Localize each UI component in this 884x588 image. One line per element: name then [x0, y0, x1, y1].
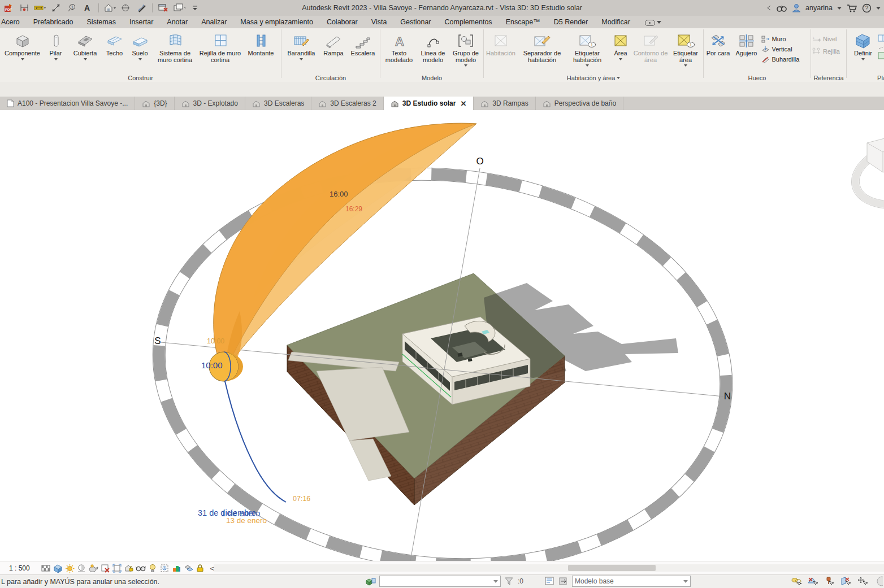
linear-dimension-icon[interactable] [34, 2, 46, 14]
section-icon[interactable] [119, 2, 132, 14]
texto-modelado-button[interactable]: A Texto modelado [382, 30, 417, 63]
view-tab-3d-escaleras-2[interactable]: 3D Escaleras 2 [311, 97, 383, 110]
collapse-search-icon[interactable] [767, 5, 772, 11]
shadows-icon[interactable] [76, 563, 88, 574]
search-binoculars-icon[interactable] [776, 3, 787, 12]
tab-prefabricado[interactable]: Prefabricado [27, 16, 80, 28]
exclude-options-icon[interactable] [558, 577, 569, 586]
time-label-sunrise-0716[interactable]: 07:16 [293, 495, 310, 503]
scale-button[interactable]: 1 : 500 [9, 564, 30, 572]
pilar-button[interactable]: Pilar [43, 30, 69, 62]
workset-selector[interactable] [379, 576, 501, 587]
close-view-icon[interactable]: ✕ [460, 99, 466, 108]
highlight-displacement-sets-icon[interactable] [183, 563, 194, 574]
show-plane-icon-partial[interactable] [877, 52, 884, 59]
linea-modelo-button[interactable]: Línea de modelo [417, 30, 449, 63]
tab-anotar[interactable]: Anotar [160, 16, 194, 28]
viewcube[interactable] [844, 132, 884, 219]
tab-enscape[interactable]: Enscape™ [499, 16, 547, 28]
panel-label-habitacion-area[interactable]: Habitación y área [484, 75, 703, 81]
view-tab-3d-estudio-solar[interactable]: 3D Estudio solar ✕ [384, 97, 474, 110]
rejilla-muro-cortina-button[interactable]: Rejilla de muro cortina [198, 30, 243, 63]
etiquetar-habitacion-button[interactable]: 1 Etiquetar habitación [566, 30, 608, 68]
horizontal-scrollbar[interactable] [214, 564, 884, 572]
thin-lines-icon[interactable] [135, 2, 148, 14]
show-rendering-dialog-icon[interactable] [88, 563, 99, 574]
view-tab-3d[interactable]: {3D} [135, 97, 174, 110]
tab-sistemas[interactable]: Sistemas [80, 16, 123, 28]
tab-vista[interactable]: Vista [365, 16, 394, 28]
customize-quick-access-icon[interactable] [189, 2, 201, 14]
view-tab-3d-escaleras[interactable]: 3D Escaleras [245, 97, 311, 110]
detail-level-icon[interactable] [40, 563, 52, 574]
tab-masa-emplazamiento[interactable]: Masa y emplazamiento [233, 16, 320, 28]
design-option-selector[interactable]: Modelo base [572, 576, 691, 587]
default-3d-view-icon[interactable] [103, 2, 116, 14]
area-button[interactable]: Área [608, 30, 633, 62]
hueco-vertical-button[interactable]: Vertical [761, 45, 810, 53]
pdf-export-icon[interactable]: PDF [2, 2, 15, 14]
select-pinned-elements-icon[interactable] [824, 576, 835, 587]
show-crop-region-icon[interactable] [111, 563, 123, 574]
close-inactive-windows-icon[interactable] [157, 2, 170, 14]
date-label-end[interactable]: 13 de enero [226, 516, 267, 525]
barandilla-button[interactable]: Barandilla [283, 30, 320, 62]
text-icon[interactable]: A [81, 2, 94, 14]
tab-gestionar[interactable]: Gestionar [393, 16, 437, 28]
filter-partial-icon[interactable] [873, 576, 884, 587]
habitacion-button[interactable]: Habitación [484, 30, 518, 57]
user-avatar-icon[interactable] [792, 3, 801, 12]
tab-insertar[interactable]: Insertar [123, 16, 160, 28]
tab-modificar[interactable]: Modificar [595, 16, 637, 28]
reveal-constraints-icon[interactable] [194, 563, 206, 574]
tab-colaborar[interactable]: Colaborar [320, 16, 365, 28]
temporary-view-properties-icon[interactable] [159, 563, 171, 574]
cubierta-button[interactable]: Cubierta [69, 30, 102, 62]
viewer-icon-partial[interactable] [877, 34, 884, 42]
signed-in-user[interactable]: anyarina [805, 4, 833, 12]
show-analytical-model-icon[interactable] [171, 563, 183, 574]
tab-d5-render[interactable]: D5 Render [547, 16, 595, 28]
drag-elements-on-selection-icon[interactable] [856, 576, 868, 587]
view-tab-3d-rampas[interactable]: 3D Rampas [474, 97, 535, 110]
select-underlay-elements-icon[interactable] [807, 576, 818, 587]
escalera-button[interactable]: Escalera [347, 30, 379, 57]
editable-only-icon[interactable] [545, 577, 555, 586]
temporary-hide-isolate-icon[interactable] [135, 563, 147, 574]
rampa-button[interactable]: Rampa [320, 30, 347, 57]
definir-button[interactable]: Definir [849, 30, 877, 62]
componente-button[interactable]: Componente [2, 30, 43, 62]
select-elements-by-face-icon[interactable] [840, 576, 851, 587]
tab-analizar[interactable]: Analizar [194, 16, 233, 28]
view-tab-sheet-a100[interactable]: A100 - Presentacion Villa Savoye -... [0, 97, 135, 110]
select-links-icon[interactable] [791, 576, 802, 587]
solar-study-3d-viewport[interactable]: O S N 16:00 16:29 10:00 10:00 07:16 31 d… [0, 110, 884, 561]
aligned-dimension-icon[interactable] [18, 2, 31, 14]
scrollbar-thumb[interactable] [568, 565, 656, 571]
sistema-muro-cortina-button[interactable]: Sistema de muro cortina [153, 30, 198, 63]
nivel-button[interactable]: 1 Nivel [812, 34, 845, 43]
ribbon-toggle-caret-icon[interactable] [657, 21, 661, 26]
hueco-agujero-button[interactable]: Agujero [732, 30, 761, 57]
time-label-1000-blue[interactable]: 10:00 [201, 360, 223, 370]
worksets-icon[interactable] [365, 576, 376, 586]
hueco-buhardilla-button[interactable]: Buhardilla [761, 55, 810, 63]
ribbon-display-toggle[interactable] [645, 20, 661, 28]
switch-windows-icon[interactable] [173, 2, 185, 14]
hueco-por-cara-button[interactable]: Por cara [705, 30, 732, 57]
sun-path-icon[interactable] [64, 563, 76, 574]
crop-view-icon[interactable] [99, 563, 111, 574]
tab-complementos[interactable]: Complementos [438, 16, 499, 28]
view-tab-3d-explotado[interactable]: 3D - Explotado [175, 97, 245, 110]
separador-habitacion-button[interactable]: Separador de habitación [518, 30, 566, 63]
visual-style-icon[interactable] [52, 563, 64, 574]
user-menu-caret-icon[interactable] [837, 7, 842, 12]
time-label-sunset-1629[interactable]: 16:29 [345, 205, 362, 213]
grupo-modelo-button[interactable]: Grupo de modelo [449, 30, 482, 68]
help-menu-caret-icon[interactable] [876, 7, 881, 12]
ribbon-cycle-icon[interactable] [645, 20, 655, 26]
montante-button[interactable]: Montante [243, 30, 279, 57]
suelo-button[interactable]: Suelo [128, 30, 153, 62]
filter-icon[interactable] [504, 577, 514, 586]
ref-plane-icon-partial[interactable] [877, 43, 884, 50]
